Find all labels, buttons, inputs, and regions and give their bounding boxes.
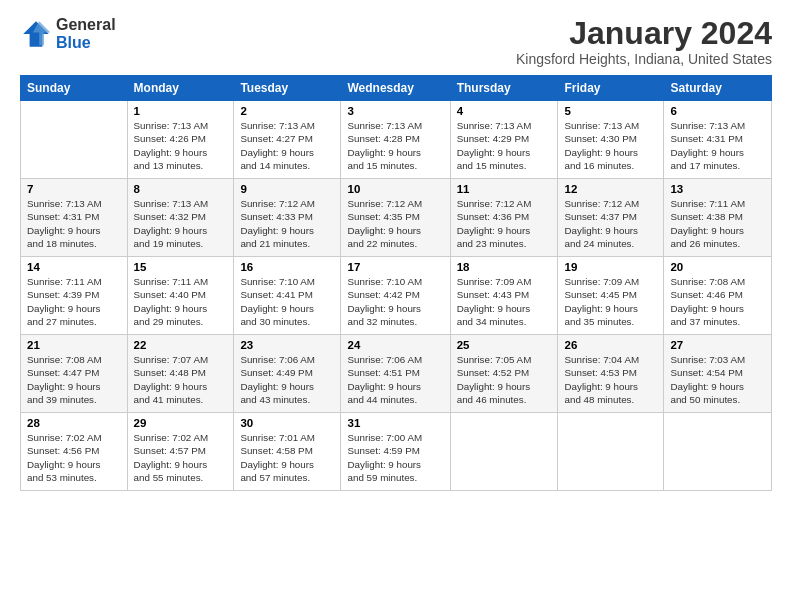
day-number: 28 [27,417,121,429]
calendar-cell: 9Sunrise: 7:12 AMSunset: 4:33 PMDaylight… [234,179,341,257]
logo-text: General Blue [56,16,116,53]
calendar-cell: 12Sunrise: 7:12 AMSunset: 4:37 PMDayligh… [558,179,664,257]
day-number: 19 [564,261,657,273]
day-info: Sunrise: 7:09 AMSunset: 4:45 PMDaylight:… [564,275,657,328]
svg-marker-0 [23,22,49,48]
day-number: 26 [564,339,657,351]
day-number: 5 [564,105,657,117]
day-info: Sunrise: 7:02 AMSunset: 4:56 PMDaylight:… [27,431,121,484]
day-number: 1 [134,105,228,117]
day-number: 31 [347,417,443,429]
logo: General Blue [20,16,116,53]
day-number: 25 [457,339,552,351]
weekday-header: Friday [558,76,664,101]
day-info: Sunrise: 7:06 AMSunset: 4:51 PMDaylight:… [347,353,443,406]
day-info: Sunrise: 7:04 AMSunset: 4:53 PMDaylight:… [564,353,657,406]
calendar-cell: 17Sunrise: 7:10 AMSunset: 4:42 PMDayligh… [341,257,450,335]
day-info: Sunrise: 7:10 AMSunset: 4:41 PMDaylight:… [240,275,334,328]
calendar-cell: 21Sunrise: 7:08 AMSunset: 4:47 PMDayligh… [21,335,128,413]
weekday-header: Saturday [664,76,772,101]
calendar-week-row: 1Sunrise: 7:13 AMSunset: 4:26 PMDaylight… [21,101,772,179]
day-info: Sunrise: 7:03 AMSunset: 4:54 PMDaylight:… [670,353,765,406]
calendar-cell [450,413,558,491]
calendar-cell: 18Sunrise: 7:09 AMSunset: 4:43 PMDayligh… [450,257,558,335]
day-number: 15 [134,261,228,273]
day-info: Sunrise: 7:13 AMSunset: 4:28 PMDaylight:… [347,119,443,172]
calendar-cell: 15Sunrise: 7:11 AMSunset: 4:40 PMDayligh… [127,257,234,335]
day-number: 12 [564,183,657,195]
day-info: Sunrise: 7:11 AMSunset: 4:40 PMDaylight:… [134,275,228,328]
calendar-cell: 29Sunrise: 7:02 AMSunset: 4:57 PMDayligh… [127,413,234,491]
calendar-table: SundayMondayTuesdayWednesdayThursdayFrid… [20,75,772,491]
day-number: 10 [347,183,443,195]
day-info: Sunrise: 7:11 AMSunset: 4:38 PMDaylight:… [670,197,765,250]
calendar-cell: 6Sunrise: 7:13 AMSunset: 4:31 PMDaylight… [664,101,772,179]
day-number: 9 [240,183,334,195]
day-info: Sunrise: 7:08 AMSunset: 4:46 PMDaylight:… [670,275,765,328]
weekday-header: Wednesday [341,76,450,101]
day-info: Sunrise: 7:13 AMSunset: 4:32 PMDaylight:… [134,197,228,250]
calendar-cell: 11Sunrise: 7:12 AMSunset: 4:36 PMDayligh… [450,179,558,257]
day-info: Sunrise: 7:09 AMSunset: 4:43 PMDaylight:… [457,275,552,328]
main-title: January 2024 [516,16,772,51]
weekday-header: Sunday [21,76,128,101]
logo-icon [20,18,52,50]
day-info: Sunrise: 7:13 AMSunset: 4:31 PMDaylight:… [27,197,121,250]
title-block: January 2024 Kingsford Heights, Indiana,… [516,16,772,67]
calendar-week-row: 7Sunrise: 7:13 AMSunset: 4:31 PMDaylight… [21,179,772,257]
calendar-cell: 24Sunrise: 7:06 AMSunset: 4:51 PMDayligh… [341,335,450,413]
calendar-cell: 3Sunrise: 7:13 AMSunset: 4:28 PMDaylight… [341,101,450,179]
day-info: Sunrise: 7:05 AMSunset: 4:52 PMDaylight:… [457,353,552,406]
calendar-cell [21,101,128,179]
calendar-cell: 4Sunrise: 7:13 AMSunset: 4:29 PMDaylight… [450,101,558,179]
day-number: 27 [670,339,765,351]
calendar-week-row: 21Sunrise: 7:08 AMSunset: 4:47 PMDayligh… [21,335,772,413]
day-info: Sunrise: 7:11 AMSunset: 4:39 PMDaylight:… [27,275,121,328]
day-number: 14 [27,261,121,273]
day-number: 2 [240,105,334,117]
calendar-cell: 25Sunrise: 7:05 AMSunset: 4:52 PMDayligh… [450,335,558,413]
day-number: 3 [347,105,443,117]
day-number: 29 [134,417,228,429]
day-info: Sunrise: 7:13 AMSunset: 4:31 PMDaylight:… [670,119,765,172]
calendar-cell: 31Sunrise: 7:00 AMSunset: 4:59 PMDayligh… [341,413,450,491]
day-info: Sunrise: 7:13 AMSunset: 4:27 PMDaylight:… [240,119,334,172]
calendar-cell: 2Sunrise: 7:13 AMSunset: 4:27 PMDaylight… [234,101,341,179]
day-info: Sunrise: 7:13 AMSunset: 4:30 PMDaylight:… [564,119,657,172]
calendar-cell: 27Sunrise: 7:03 AMSunset: 4:54 PMDayligh… [664,335,772,413]
day-info: Sunrise: 7:06 AMSunset: 4:49 PMDaylight:… [240,353,334,406]
weekday-header: Tuesday [234,76,341,101]
calendar-cell: 30Sunrise: 7:01 AMSunset: 4:58 PMDayligh… [234,413,341,491]
day-info: Sunrise: 7:13 AMSunset: 4:26 PMDaylight:… [134,119,228,172]
calendar-cell: 13Sunrise: 7:11 AMSunset: 4:38 PMDayligh… [664,179,772,257]
day-number: 4 [457,105,552,117]
day-number: 18 [457,261,552,273]
day-number: 22 [134,339,228,351]
calendar-week-row: 14Sunrise: 7:11 AMSunset: 4:39 PMDayligh… [21,257,772,335]
day-info: Sunrise: 7:00 AMSunset: 4:59 PMDaylight:… [347,431,443,484]
calendar-cell [664,413,772,491]
calendar-cell: 28Sunrise: 7:02 AMSunset: 4:56 PMDayligh… [21,413,128,491]
page: General Blue January 2024 Kingsford Heig… [0,0,792,612]
calendar-cell: 23Sunrise: 7:06 AMSunset: 4:49 PMDayligh… [234,335,341,413]
calendar-cell: 8Sunrise: 7:13 AMSunset: 4:32 PMDaylight… [127,179,234,257]
day-info: Sunrise: 7:07 AMSunset: 4:48 PMDaylight:… [134,353,228,406]
day-info: Sunrise: 7:08 AMSunset: 4:47 PMDaylight:… [27,353,121,406]
day-info: Sunrise: 7:13 AMSunset: 4:29 PMDaylight:… [457,119,552,172]
day-number: 8 [134,183,228,195]
day-info: Sunrise: 7:01 AMSunset: 4:58 PMDaylight:… [240,431,334,484]
weekday-header: Thursday [450,76,558,101]
header: General Blue January 2024 Kingsford Heig… [20,16,772,67]
day-info: Sunrise: 7:10 AMSunset: 4:42 PMDaylight:… [347,275,443,328]
calendar-cell: 14Sunrise: 7:11 AMSunset: 4:39 PMDayligh… [21,257,128,335]
calendar-cell [558,413,664,491]
weekday-header-row: SundayMondayTuesdayWednesdayThursdayFrid… [21,76,772,101]
day-number: 21 [27,339,121,351]
day-info: Sunrise: 7:12 AMSunset: 4:37 PMDaylight:… [564,197,657,250]
day-info: Sunrise: 7:12 AMSunset: 4:36 PMDaylight:… [457,197,552,250]
day-number: 13 [670,183,765,195]
calendar-cell: 16Sunrise: 7:10 AMSunset: 4:41 PMDayligh… [234,257,341,335]
day-number: 24 [347,339,443,351]
calendar-cell: 5Sunrise: 7:13 AMSunset: 4:30 PMDaylight… [558,101,664,179]
calendar-cell: 10Sunrise: 7:12 AMSunset: 4:35 PMDayligh… [341,179,450,257]
